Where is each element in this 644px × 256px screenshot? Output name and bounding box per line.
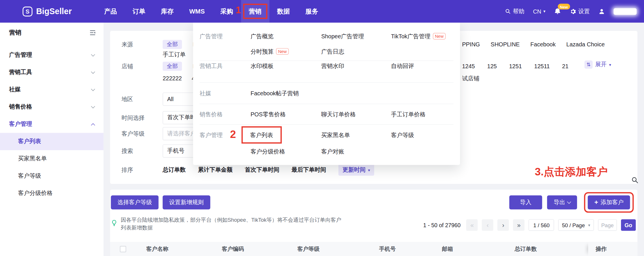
chevron-down-icon <box>567 200 571 204</box>
sort-option-total-orders[interactable]: 总订单数 <box>163 166 186 174</box>
nav-item-services[interactable]: 服务 <box>298 0 326 23</box>
export-button[interactable]: 导出 <box>547 196 577 210</box>
menu-item-customer-tier-price[interactable]: 客户分级价格 <box>250 147 285 156</box>
go-button[interactable]: Go <box>621 219 636 231</box>
sort-option-update-time[interactable]: 更新时间 ▾ <box>338 164 374 176</box>
set-new-rule-button[interactable]: 设置新增规则 <box>163 196 210 210</box>
nav-item-orders[interactable]: 订单 <box>125 0 153 23</box>
sort-option-total-amount[interactable]: 累计下单金额 <box>198 166 233 174</box>
account-button[interactable] <box>598 8 605 15</box>
menu-item-label: 客户列表 <box>250 130 273 139</box>
shop-option[interactable]: 12511 <box>534 62 550 71</box>
language-select[interactable]: CN ▾ <box>533 8 545 15</box>
button-label: 导入 <box>520 199 532 206</box>
menu-item-chat-order-price[interactable]: 聊天订单价格 <box>321 110 356 119</box>
search-type-value: 手机号 <box>167 147 184 155</box>
expand-button[interactable]: ⇅ 展开 ▾ <box>584 60 611 69</box>
select-all-checkbox[interactable] <box>120 246 126 252</box>
divider <box>200 104 453 104</box>
settings-label: 设置 <box>578 7 590 15</box>
sort-option-first-order-time[interactable]: 首次下单时间 <box>245 166 279 174</box>
help-button[interactable]: 帮助 <box>505 7 524 15</box>
magnifier-icon[interactable] <box>631 176 639 184</box>
menu-item-ad-overview[interactable]: 广告概览 <box>250 32 273 41</box>
sidebar-item-social-media[interactable]: 社媒 <box>0 81 103 98</box>
page-size-select[interactable]: 50 / Page ▾ <box>558 219 594 231</box>
select-customer-level-button[interactable]: 选择客户等级 <box>111 196 159 210</box>
annotation-box-step2: 客户列表 <box>241 126 282 144</box>
menu-item-facebook-post[interactable]: Facebook帖子营销 <box>250 89 299 98</box>
chevron-down-icon <box>91 70 95 74</box>
nav-item-wms[interactable]: WMS <box>181 0 212 23</box>
source-option[interactable]: Facebook <box>530 40 556 49</box>
shop-option[interactable]: 21 <box>562 62 568 71</box>
nav-item-marketing[interactable]: 营销 1 <box>241 0 269 23</box>
chevron-down-icon: ▾ <box>368 168 370 172</box>
col-customer-name: 客户名称 <box>146 242 168 256</box>
menu-item-auto-reply[interactable]: 自动回评 <box>391 61 414 70</box>
sidebar-item-customer-tier-price[interactable]: 客户分级价格 <box>0 185 103 202</box>
nav-item-inventory[interactable]: 库存 <box>153 0 181 23</box>
settings-button[interactable]: 设置 <box>570 7 590 15</box>
sidebar-item-ad-management[interactable]: 广告管理 <box>0 46 103 64</box>
source-option[interactable]: PPING <box>462 40 480 49</box>
shop-option[interactable]: 222222 <box>163 74 182 83</box>
menu-item-customer-level[interactable]: 客户等级 <box>391 130 414 139</box>
annotation-step3-text: 3.点击添加客户 <box>535 164 608 179</box>
menu-item-manual-order-price[interactable]: 手工订单价格 <box>391 110 425 119</box>
sidebar-item-customer-list[interactable]: 客户列表 <box>0 133 103 150</box>
menu-item-ad-log[interactable]: 广告日志 <box>321 47 344 56</box>
sidebar-item-marketing-tools[interactable]: 营销工具 <box>0 64 103 81</box>
sidebar-item-buyer-blacklist[interactable]: 买家黑名单 <box>0 150 103 167</box>
sidebar-item-sales-price[interactable]: 销售价格 <box>0 98 103 115</box>
shop-option[interactable]: 125 <box>487 62 497 71</box>
menu-item-buyer-blacklist[interactable]: 买家黑名单 <box>321 130 350 139</box>
menu-item-label: 营销水印 <box>321 61 344 70</box>
sidebar-item-label: 客户管理 <box>9 121 32 128</box>
main-nav: 产品 订单 库存 WMS 采购 营销 1 数据 服务 <box>96 0 326 23</box>
menu-category-marketing-tools: 营销工具 <box>200 61 223 70</box>
source-option[interactable]: Lazada Choice <box>566 40 605 49</box>
navbar-tools: 帮助 CN ▾ New 设置 <box>505 7 637 15</box>
nav-item-data[interactable]: 数据 <box>269 0 298 23</box>
button-label: 设置新增规则 <box>169 199 204 206</box>
menu-item-marketing-watermark[interactable]: 营销水印 <box>321 61 344 70</box>
menu-item-watermark-template[interactable]: 水印模板 <box>250 61 273 70</box>
add-customer-button[interactable]: + 添加客户 <box>588 196 630 210</box>
menu-item-tiktok-ads[interactable]: TikTok广告管理New <box>391 32 446 41</box>
source-option-manual-order[interactable]: 手工订单 <box>163 50 186 59</box>
prev-page-button[interactable]: ‹ <box>482 219 493 231</box>
menu-item-shopee-ads[interactable]: Shopee广告管理 <box>321 32 364 41</box>
sidebar-item-customer-level[interactable]: 客户等级 <box>0 167 103 185</box>
lightbulb-icon <box>111 219 118 227</box>
next-page-button[interactable]: › <box>497 219 509 231</box>
nav-item-products[interactable]: 产品 <box>96 0 125 23</box>
new-tag: New <box>433 33 446 39</box>
menu-item-customer-reconciliation[interactable]: 客户对账 <box>321 147 344 156</box>
sort-option-last-order-time[interactable]: 最后下单时间 <box>292 166 326 174</box>
notifications-button[interactable]: New <box>554 8 561 15</box>
menu-item-customer-list[interactable]: 客户列表 <box>250 130 273 139</box>
menu-item-pos-price[interactable]: POS零售价格 <box>250 110 285 119</box>
source-option[interactable]: SHOPLINE <box>491 40 520 49</box>
bigseller-logo[interactable]: S BigSeller <box>23 6 72 16</box>
shop-option[interactable]: 1251 <box>509 62 522 71</box>
privacy-notice: 因各平台陆续增加隐私政策，部分平台（例如Shopee、TikTok等）将不会通过… <box>111 216 341 232</box>
button-label: 选择客户等级 <box>118 199 152 206</box>
filter-label-sort: 排序 <box>122 165 133 174</box>
menu-item-hourly-budget[interactable]: 分时预算New <box>250 47 289 56</box>
first-page-button[interactable]: « <box>466 219 478 231</box>
page-jump-input[interactable] <box>598 219 617 231</box>
menu-category-social-media: 社媒 <box>200 89 211 98</box>
menu-category-ad-management: 广告管理 <box>200 32 223 41</box>
region-value: All <box>167 96 173 103</box>
sidebar-item-customer-management[interactable]: 客户管理 <box>0 115 103 133</box>
shop-option-partial2[interactable]: 试店铺 <box>462 74 479 83</box>
menu-fold-icon[interactable] <box>89 29 96 36</box>
shop-option-all[interactable]: 全部 <box>163 62 182 71</box>
shop-option[interactable]: 1245 <box>462 62 475 71</box>
last-page-button[interactable]: » <box>513 219 525 231</box>
source-option-all[interactable]: 全部 <box>163 40 182 49</box>
current-page-indicator: 1 / 560 <box>529 219 554 231</box>
import-button[interactable]: 导入 <box>509 196 542 210</box>
